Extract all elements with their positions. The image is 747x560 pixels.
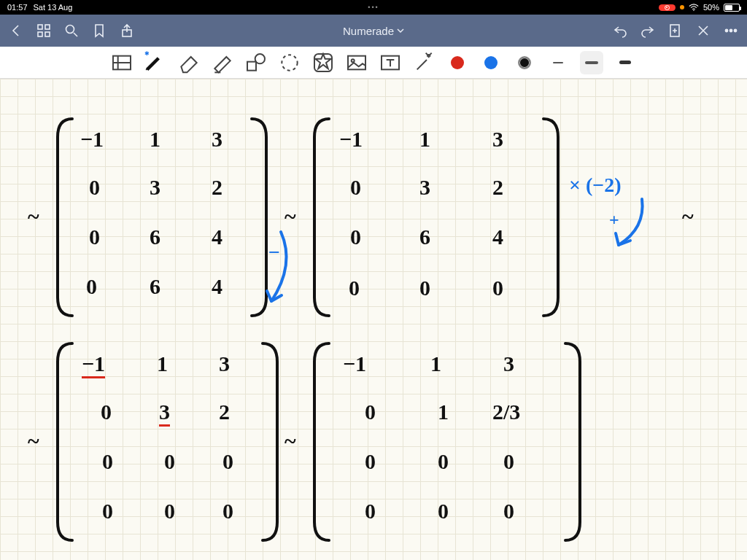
text-tool[interactable]: [379, 51, 402, 74]
m1-r1c0: 0: [89, 175, 100, 200]
m2-r2c1: 6: [419, 225, 430, 249]
m1-r1c2: 2: [212, 175, 222, 200]
row-equiv-tilde: ~: [682, 204, 694, 229]
svg-rect-4: [45, 32, 50, 36]
left-bracket: [311, 340, 333, 544]
right-bracket: [562, 340, 584, 544]
wifi-icon: [689, 4, 699, 11]
svg-rect-15: [314, 54, 332, 71]
status-left: 01:57 Sat 13 Aug: [7, 3, 72, 12]
m3-r3c2: 0: [222, 499, 233, 524]
left-bracket: [54, 340, 76, 544]
mic-in-use-dot-icon: [680, 5, 684, 9]
eraser-tool[interactable]: [177, 51, 201, 74]
m3-r2c1: 0: [164, 449, 175, 474]
row-equiv-tilde: ~: [28, 204, 39, 229]
zoom-tool[interactable]: [110, 51, 133, 74]
m1-r3c2: 4: [212, 274, 222, 299]
lasso-tool[interactable]: [278, 51, 301, 74]
color-blue[interactable]: [479, 51, 503, 74]
screen-record-indicator[interactable]: [659, 4, 676, 11]
battery-percent: 50%: [703, 3, 719, 12]
drawing-toolbar: ✱: [0, 47, 747, 79]
m3-r2c0: 0: [102, 449, 113, 474]
svg-rect-2: [45, 25, 50, 29]
m2-r2c2: 4: [492, 225, 503, 249]
m3-r0c2: 3: [219, 351, 230, 376]
shapes-tool[interactable]: [244, 51, 268, 74]
bookmark-button[interactable]: [92, 23, 107, 38]
m3-r2c2: 0: [222, 449, 233, 474]
m3-r3c0: 0: [102, 499, 113, 524]
svg-point-8: [725, 29, 727, 31]
m4-r2c0: 0: [365, 449, 376, 474]
color-black[interactable]: [513, 51, 536, 74]
m4-r3c0: 0: [365, 499, 376, 524]
stamp-tool[interactable]: [311, 51, 335, 74]
m3-r1c2: 2: [219, 400, 230, 424]
redo-button[interactable]: [640, 23, 655, 38]
record-icon: [665, 5, 670, 10]
m2-r3c1: 0: [419, 276, 430, 300]
right-bracket: [540, 115, 562, 319]
m2-r3c2: 0: [492, 276, 503, 300]
m4-r1c0: 0: [365, 400, 376, 424]
m4-r1c2: 2/3: [492, 400, 520, 424]
m3-r0c0: −1: [82, 351, 105, 376]
m1-r2c0: 0: [89, 225, 100, 249]
app-nav-bar: Numerade: [0, 15, 747, 47]
more-button[interactable]: [724, 23, 738, 38]
row-equiv-tilde: ~: [28, 429, 39, 454]
library-grid-button[interactable]: [36, 23, 51, 38]
svg-point-14: [282, 55, 297, 70]
m4-r0c0: −1: [343, 351, 366, 376]
image-tool[interactable]: [345, 51, 368, 74]
svg-rect-12: [247, 61, 256, 70]
m2-r0c1: 1: [419, 127, 430, 152]
m4-r1c1: 1: [438, 400, 449, 424]
m1-r2c1: 6: [150, 225, 160, 249]
m4-r2c1: 0: [438, 449, 449, 474]
m4-r3c2: 0: [503, 499, 514, 524]
svg-point-13: [255, 54, 265, 63]
m2-r0c2: 3: [492, 127, 503, 152]
close-button[interactable]: [696, 23, 711, 38]
laser-pointer-tool[interactable]: [412, 51, 436, 74]
m1-r1c1: 3: [150, 175, 160, 200]
m3-r1c1: 3: [159, 400, 170, 424]
battery-icon: [724, 4, 740, 12]
color-red[interactable]: [446, 51, 469, 74]
row-equiv-tilde: ~: [285, 429, 296, 454]
add-page-button[interactable]: [668, 23, 683, 38]
multitask-dots-icon[interactable]: •••: [368, 4, 379, 11]
m1-r0c0: −1: [80, 127, 104, 152]
row-op-plus: +: [609, 210, 619, 230]
m1-r3c1: 6: [150, 274, 160, 299]
pen-tool[interactable]: ✱: [144, 51, 167, 74]
stroke-medium[interactable]: [580, 51, 603, 74]
back-button[interactable]: [9, 23, 23, 38]
highlighter-tool[interactable]: [211, 51, 234, 74]
stroke-thick[interactable]: [614, 51, 637, 74]
svg-point-5: [66, 26, 74, 34]
row-op-minus: −: [268, 241, 280, 264]
share-button[interactable]: [120, 23, 134, 38]
status-time: 01:57: [7, 3, 28, 12]
note-canvas[interactable]: ~ ~ ~ ~ ~ −1 1 3 0 3 2 0 6 4 0 6 4 − −1 …: [0, 79, 747, 560]
m2-r1c1: 3: [419, 175, 430, 200]
m2-r0c0: −1: [339, 127, 363, 152]
svg-point-17: [352, 59, 355, 62]
m1-r2c2: 4: [212, 225, 222, 249]
document-title[interactable]: Numerade: [134, 25, 613, 37]
m2-r2c0: 0: [350, 225, 361, 249]
m3-r3c1: 0: [164, 499, 175, 524]
left-bracket: [54, 115, 76, 319]
chevron-down-icon: [397, 27, 404, 34]
search-button[interactable]: [64, 23, 79, 38]
m3-r0c1: 1: [157, 351, 168, 376]
m2-r1c0: 0: [350, 175, 361, 200]
undo-button[interactable]: [613, 23, 627, 38]
ios-status-bar: 01:57 Sat 13 Aug ••• 50%: [0, 0, 747, 15]
m3-r1c0: 0: [101, 400, 112, 424]
stroke-thin[interactable]: [546, 51, 570, 74]
